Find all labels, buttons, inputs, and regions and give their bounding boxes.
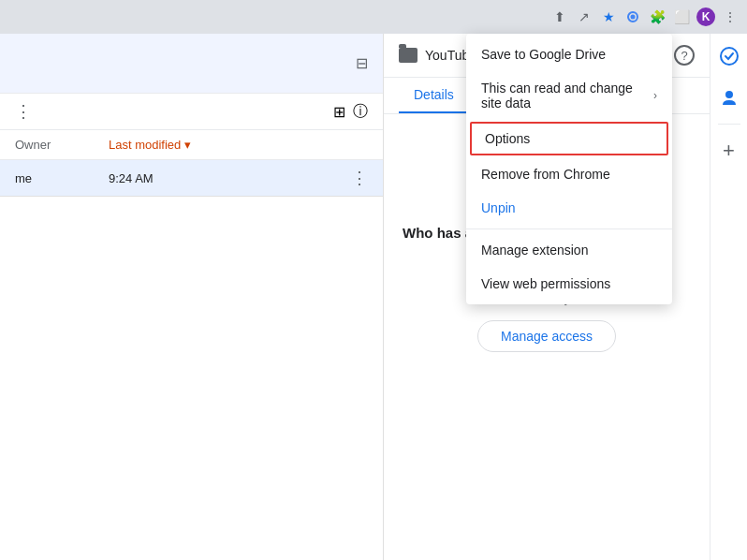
help-icon[interactable]: ? bbox=[674, 45, 695, 66]
drive-toolbar: ⋮ ⊞ ⓘ bbox=[0, 94, 383, 130]
menu-item-read-change[interactable]: This can read and change site data › bbox=[466, 71, 672, 120]
tab-details[interactable]: Details bbox=[399, 78, 469, 113]
menu-item-remove-from-chrome[interactable]: Remove from Chrome bbox=[466, 157, 672, 191]
menu-separator bbox=[466, 228, 672, 229]
menu-item-unpin[interactable]: Unpin bbox=[466, 191, 672, 225]
menu-item-save-to-drive[interactable]: Save to Google Drive bbox=[466, 37, 672, 71]
file-modified: 9:24 AM bbox=[109, 171, 221, 185]
chrome-icon[interactable] bbox=[623, 7, 642, 26]
right-sidebar: + bbox=[710, 34, 747, 560]
share-icon[interactable]: ↗ bbox=[575, 7, 593, 26]
owner-column-header: Owner bbox=[15, 138, 109, 152]
table-header: Owner Last modified ▾ bbox=[0, 130, 383, 160]
svg-point-3 bbox=[725, 91, 733, 98]
drive-panel: ⊟ ⋮ ⊞ ⓘ Owner Last modified ▾ me 9:24 AM… bbox=[0, 34, 384, 560]
svg-point-2 bbox=[721, 48, 738, 65]
user-icon[interactable] bbox=[714, 82, 744, 112]
sort-arrow: ▾ bbox=[184, 138, 191, 152]
folder-icon-small bbox=[399, 48, 417, 63]
add-sidebar-icon[interactable]: + bbox=[714, 136, 744, 166]
details-panel: YouTube ? Details Activity Who has acces… bbox=[384, 34, 710, 560]
filter-icon[interactable]: ⊟ bbox=[356, 54, 368, 72]
menu-item-view-web-permissions[interactable]: View web permissions bbox=[466, 267, 672, 301]
upload-icon[interactable]: ⬆ bbox=[550, 7, 569, 26]
modified-column-header[interactable]: Last modified ▾ bbox=[109, 138, 191, 152]
chevron-right-icon: › bbox=[653, 89, 657, 102]
browser-topbar: ⬆ ↗ ★ 🧩 ⬜ K ⋮ bbox=[0, 0, 747, 34]
browser-menu-icon[interactable]: ⋮ bbox=[721, 7, 740, 26]
drive-header: ⊟ bbox=[0, 34, 383, 94]
file-row[interactable]: me 9:24 AM ⋮ bbox=[0, 160, 383, 197]
extensions-icon[interactable]: ⬜ bbox=[672, 7, 691, 26]
sidebar-divider bbox=[718, 124, 740, 125]
svg-point-1 bbox=[631, 15, 636, 20]
file-owner: me bbox=[15, 171, 109, 185]
manage-access-button[interactable]: Manage access bbox=[477, 320, 616, 352]
context-menu: Save to Google Drive This can read and c… bbox=[466, 34, 672, 304]
star-icon[interactable]: ★ bbox=[599, 7, 618, 26]
menu-item-options[interactable]: Options bbox=[470, 122, 668, 155]
main-area: ⊟ ⋮ ⊞ ⓘ Owner Last modified ▾ me 9:24 AM… bbox=[0, 34, 747, 560]
menu-item-manage-extension[interactable]: Manage extension bbox=[466, 233, 672, 267]
tasks-icon[interactable] bbox=[714, 41, 744, 71]
avatar-icon[interactable]: K bbox=[696, 7, 715, 26]
view-icons: ⊞ ⓘ bbox=[333, 102, 368, 122]
drive-dots-icon[interactable]: ⋮ bbox=[15, 101, 32, 122]
file-more-icon[interactable]: ⋮ bbox=[351, 168, 368, 188]
grid-view-icon[interactable]: ⊞ bbox=[333, 103, 345, 121]
info-icon[interactable]: ⓘ bbox=[353, 102, 368, 122]
puzzle-icon[interactable]: 🧩 bbox=[648, 7, 666, 26]
